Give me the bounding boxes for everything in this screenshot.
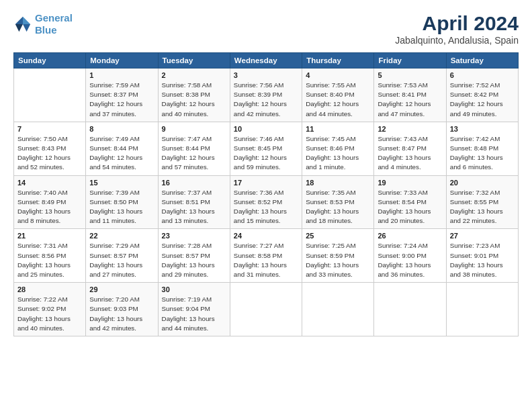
day-cell: 13Sunrise: 7:42 AM Sunset: 8:48 PM Dayli… [446,122,518,175]
day-cell: 8Sunrise: 7:49 AM Sunset: 8:44 PM Daylig… [86,122,158,175]
page: General Blue April 2024 Jabalquinto, And… [0,0,532,411]
day-cell: 3Sunrise: 7:56 AM Sunset: 8:39 PM Daylig… [230,68,302,122]
day-cell: 14Sunrise: 7:40 AM Sunset: 8:49 PM Dayli… [14,175,86,229]
day-cell [230,283,302,336]
day-cell: 19Sunrise: 7:33 AM Sunset: 8:54 PM Dayli… [374,175,446,229]
header: General Blue April 2024 Jabalquinto, And… [13,12,519,46]
day-number: 13 [450,125,515,133]
subtitle: Jabalquinto, Andalusia, Spain [395,35,519,46]
day-info: Sunrise: 7:46 AM Sunset: 8:45 PM Dayligh… [234,134,298,173]
day-cell [374,283,446,336]
day-info: Sunrise: 7:42 AM Sunset: 8:48 PM Dayligh… [450,134,515,173]
day-cell: 6Sunrise: 7:52 AM Sunset: 8:42 PM Daylig… [446,68,518,122]
day-cell: 25Sunrise: 7:25 AM Sunset: 8:59 PM Dayli… [302,229,374,283]
logo-icon [13,15,32,34]
day-cell: 11Sunrise: 7:45 AM Sunset: 8:46 PM Dayli… [302,122,374,175]
calendar: SundayMondayTuesdayWednesdayThursdayFrid… [13,52,519,336]
day-info: Sunrise: 7:25 AM Sunset: 8:59 PM Dayligh… [306,241,370,279]
day-cell: 28Sunrise: 7:22 AM Sunset: 9:02 PM Dayli… [14,283,86,336]
day-number: 26 [378,232,442,240]
day-number: 7 [17,125,82,133]
day-info: Sunrise: 7:33 AM Sunset: 8:54 PM Dayligh… [378,188,442,226]
day-number: 5 [378,71,442,79]
day-number: 20 [450,179,515,187]
day-number: 22 [89,232,154,240]
day-number: 25 [306,232,370,240]
logo-line1: General [35,12,73,24]
day-cell [446,283,518,336]
day-info: Sunrise: 7:49 AM Sunset: 8:44 PM Dayligh… [89,134,154,173]
day-info: Sunrise: 7:59 AM Sunset: 8:37 PM Dayligh… [89,81,154,119]
calendar-header-friday: Friday [374,53,446,68]
calendar-header-row: SundayMondayTuesdayWednesdayThursdayFrid… [14,53,519,68]
day-number: 24 [234,232,298,240]
day-info: Sunrise: 7:19 AM Sunset: 9:04 PM Dayligh… [162,295,226,333]
logo: General Blue [13,12,73,36]
day-cell: 16Sunrise: 7:37 AM Sunset: 8:51 PM Dayli… [158,175,230,229]
day-cell: 7Sunrise: 7:50 AM Sunset: 8:43 PM Daylig… [14,122,86,175]
day-cell: 30Sunrise: 7:19 AM Sunset: 9:04 PM Dayli… [158,283,230,336]
day-info: Sunrise: 7:32 AM Sunset: 8:55 PM Dayligh… [450,188,515,226]
day-number: 12 [378,125,442,133]
day-cell [14,68,86,122]
day-cell: 12Sunrise: 7:43 AM Sunset: 8:47 PM Dayli… [374,122,446,175]
day-info: Sunrise: 7:39 AM Sunset: 8:50 PM Dayligh… [89,188,154,226]
logo-line2: Blue [35,24,57,36]
day-info: Sunrise: 7:47 AM Sunset: 8:44 PM Dayligh… [162,134,226,173]
day-info: Sunrise: 7:35 AM Sunset: 8:53 PM Dayligh… [306,188,370,226]
calendar-header-saturday: Saturday [446,53,518,68]
day-number: 1 [89,71,154,79]
day-cell: 2Sunrise: 7:58 AM Sunset: 8:38 PM Daylig… [158,68,230,122]
day-info: Sunrise: 7:45 AM Sunset: 8:46 PM Dayligh… [306,134,370,173]
day-number: 16 [162,179,226,187]
day-cell: 27Sunrise: 7:23 AM Sunset: 9:01 PM Dayli… [446,229,518,283]
day-number: 9 [162,125,226,133]
day-cell: 26Sunrise: 7:24 AM Sunset: 9:00 PM Dayli… [374,229,446,283]
day-number: 28 [17,285,82,293]
week-row-5: 28Sunrise: 7:22 AM Sunset: 9:02 PM Dayli… [14,283,519,336]
day-info: Sunrise: 7:31 AM Sunset: 8:56 PM Dayligh… [17,241,82,279]
day-number: 27 [450,232,515,240]
day-info: Sunrise: 7:27 AM Sunset: 8:58 PM Dayligh… [234,241,298,279]
calendar-header-sunday: Sunday [14,53,86,68]
day-cell: 18Sunrise: 7:35 AM Sunset: 8:53 PM Dayli… [302,175,374,229]
main-title: April 2024 [395,12,519,35]
day-cell: 10Sunrise: 7:46 AM Sunset: 8:45 PM Dayli… [230,122,302,175]
svg-marker-0 [23,17,30,24]
day-info: Sunrise: 7:52 AM Sunset: 8:42 PM Dayligh… [450,81,515,119]
week-row-2: 7Sunrise: 7:50 AM Sunset: 8:43 PM Daylig… [14,122,519,175]
day-number: 8 [89,125,154,133]
day-info: Sunrise: 7:56 AM Sunset: 8:39 PM Dayligh… [234,81,298,119]
day-info: Sunrise: 7:28 AM Sunset: 8:57 PM Dayligh… [162,241,226,279]
logo-text: General Blue [35,12,73,36]
day-info: Sunrise: 7:40 AM Sunset: 8:49 PM Dayligh… [17,188,82,226]
day-cell: 17Sunrise: 7:36 AM Sunset: 8:52 PM Dayli… [230,175,302,229]
title-block: April 2024 Jabalquinto, Andalusia, Spain [395,12,519,46]
day-cell: 21Sunrise: 7:31 AM Sunset: 8:56 PM Dayli… [14,229,86,283]
day-info: Sunrise: 7:23 AM Sunset: 9:01 PM Dayligh… [450,241,515,279]
day-cell: 1Sunrise: 7:59 AM Sunset: 8:37 PM Daylig… [86,68,158,122]
day-cell: 23Sunrise: 7:28 AM Sunset: 8:57 PM Dayli… [158,229,230,283]
day-number: 30 [162,285,226,293]
day-number: 17 [234,179,298,187]
day-cell: 29Sunrise: 7:20 AM Sunset: 9:03 PM Dayli… [86,283,158,336]
day-cell: 22Sunrise: 7:29 AM Sunset: 8:57 PM Dayli… [86,229,158,283]
day-info: Sunrise: 7:20 AM Sunset: 9:03 PM Dayligh… [89,295,154,333]
day-cell: 24Sunrise: 7:27 AM Sunset: 8:58 PM Dayli… [230,229,302,283]
day-number: 14 [17,179,82,187]
day-number: 2 [162,71,226,79]
day-number: 21 [17,232,82,240]
day-cell: 9Sunrise: 7:47 AM Sunset: 8:44 PM Daylig… [158,122,230,175]
week-row-3: 14Sunrise: 7:40 AM Sunset: 8:49 PM Dayli… [14,175,519,229]
day-info: Sunrise: 7:43 AM Sunset: 8:47 PM Dayligh… [378,134,442,173]
day-info: Sunrise: 7:50 AM Sunset: 8:43 PM Dayligh… [17,134,82,173]
svg-marker-3 [15,24,23,32]
day-info: Sunrise: 7:37 AM Sunset: 8:51 PM Dayligh… [162,188,226,226]
day-number: 29 [89,285,154,293]
day-number: 4 [306,71,370,79]
day-info: Sunrise: 7:55 AM Sunset: 8:40 PM Dayligh… [306,81,370,119]
week-row-1: 1Sunrise: 7:59 AM Sunset: 8:37 PM Daylig… [14,68,519,122]
day-cell: 5Sunrise: 7:53 AM Sunset: 8:41 PM Daylig… [374,68,446,122]
day-cell [302,283,374,336]
day-cell: 15Sunrise: 7:39 AM Sunset: 8:50 PM Dayli… [86,175,158,229]
